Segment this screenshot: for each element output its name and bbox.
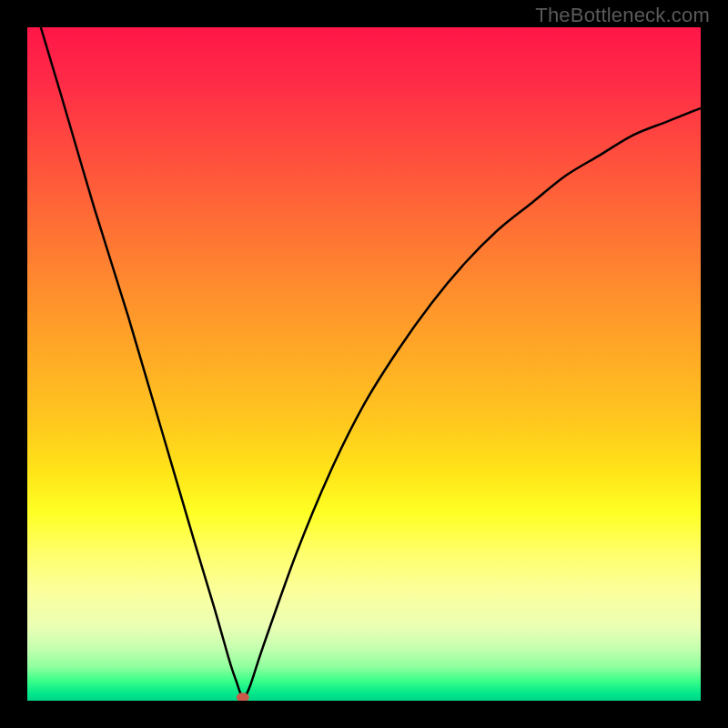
plot-area — [27, 27, 701, 701]
watermark-text: TheBottleneck.com — [535, 4, 710, 27]
bottleneck-curve-svg — [27, 27, 701, 701]
bottleneck-curve-path — [41, 27, 701, 698]
